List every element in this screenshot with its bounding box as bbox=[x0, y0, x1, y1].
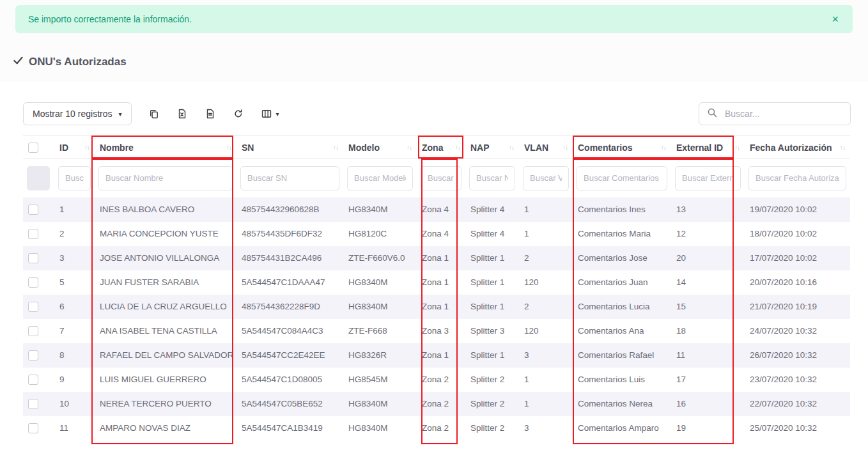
cell-external_id: 16 bbox=[671, 392, 745, 416]
table-filter-row bbox=[23, 159, 850, 198]
cell-vlan: 120 bbox=[519, 270, 573, 295]
row-checkbox[interactable] bbox=[28, 253, 38, 263]
sort-icon[interactable]: ↑↓ bbox=[661, 144, 666, 151]
column-header-sn[interactable]: SN↑↓ bbox=[236, 136, 343, 159]
filter-input-sn[interactable] bbox=[240, 166, 339, 190]
cell-id: 2 bbox=[54, 222, 95, 246]
filter-input-nap[interactable] bbox=[469, 166, 515, 190]
sort-icon[interactable]: ↑↓ bbox=[562, 144, 568, 151]
cell-modelo: HG8340M bbox=[343, 295, 417, 319]
select-all-checkbox[interactable] bbox=[28, 143, 38, 153]
row-checkbox[interactable] bbox=[28, 277, 38, 288]
column-header-modelo[interactable]: Modelo↑↓ bbox=[343, 136, 417, 159]
excel-icon-button[interactable] bbox=[176, 102, 188, 125]
filter-input-modelo[interactable] bbox=[347, 166, 413, 190]
column-header-external_id[interactable]: External ID↑↓ bbox=[671, 136, 745, 159]
row-checkbox[interactable] bbox=[28, 326, 38, 336]
page-length-label: Mostrar 10 registros bbox=[33, 109, 112, 119]
filter-input-comentarios[interactable] bbox=[577, 166, 667, 190]
column-header-zona[interactable]: Zona↑↓ bbox=[417, 136, 465, 159]
cell-zona: Zona 2 bbox=[417, 392, 465, 416]
column-header-label: SN bbox=[242, 143, 254, 153]
cell-fecha: 24/07/2020 10:32 bbox=[745, 319, 850, 343]
search-icon bbox=[707, 107, 717, 120]
cell-vlan: 1 bbox=[519, 198, 573, 222]
cell-external_id: 20 bbox=[671, 246, 745, 270]
cell-nap: Splitter 1 bbox=[465, 270, 519, 295]
table-row: 11AMPARO NOVAS DIAZ5A544547CA1B3419HG834… bbox=[23, 416, 850, 440]
sort-icon[interactable]: ↑↓ bbox=[84, 144, 89, 151]
cell-nap: Splitter 1 bbox=[465, 246, 519, 270]
cell-sn: 4857544362228F9D bbox=[236, 295, 343, 319]
table-row: 5JUAN FUSTER SARABIA5A544547C1DAAA47HG83… bbox=[23, 270, 850, 295]
cell-nombre: RAFAEL DEL CAMPO SALVADOR bbox=[95, 343, 236, 368]
search-input[interactable] bbox=[724, 108, 842, 120]
header-select-cell bbox=[23, 136, 54, 159]
row-checkbox[interactable] bbox=[28, 375, 38, 385]
cell-vlan: 1 bbox=[519, 368, 573, 392]
onus-table: ID↑↓Nombre↑↓SN↑↓Modelo↑↓Zona↑↓NAP↑↓VLAN↑… bbox=[23, 136, 850, 440]
cell-nombre: MARIA CONCEPCION YUSTE bbox=[95, 222, 236, 246]
cell-comentarios: Comentarios Ines bbox=[573, 198, 671, 222]
sort-icon[interactable]: ↑↓ bbox=[734, 144, 740, 151]
filter-input-vlan[interactable] bbox=[523, 166, 569, 190]
cell-select bbox=[23, 222, 54, 246]
cell-zona: Zona 2 bbox=[417, 416, 465, 440]
refresh-icon-button[interactable] bbox=[233, 102, 244, 125]
alert-close-button[interactable]: × bbox=[829, 12, 841, 26]
cell-fecha: 26/07/2020 10:32 bbox=[745, 343, 850, 368]
cell-select bbox=[23, 246, 54, 270]
columns-icon-button[interactable]: ▾ bbox=[261, 102, 279, 125]
cell-sn: 5A544547C1D08005 bbox=[236, 368, 343, 392]
file-icon-button[interactable] bbox=[205, 102, 216, 125]
column-header-nombre[interactable]: Nombre↑↓ bbox=[95, 136, 236, 159]
row-checkbox[interactable] bbox=[28, 399, 38, 409]
sort-icon[interactable]: ↑↓ bbox=[455, 144, 460, 151]
cell-vlan: 2 bbox=[519, 246, 573, 270]
filter-input-id[interactable] bbox=[58, 166, 91, 190]
copy-icon bbox=[148, 108, 160, 120]
filter-input-external_id[interactable] bbox=[675, 166, 741, 190]
table-row: 1INES BALBOA CAVERO485754432960628BHG834… bbox=[23, 198, 850, 222]
filter-input-fecha[interactable] bbox=[748, 166, 846, 190]
filter-input-nombre[interactable] bbox=[98, 166, 233, 190]
cell-zona: Zona 1 bbox=[417, 295, 465, 319]
sort-icon[interactable]: ↑↓ bbox=[840, 144, 845, 151]
cell-fecha: 21/07/2020 10:19 bbox=[745, 295, 850, 319]
cell-zona: Zona 4 bbox=[417, 198, 465, 222]
column-header-id[interactable]: ID↑↓ bbox=[54, 136, 95, 159]
row-checkbox[interactable] bbox=[28, 302, 38, 312]
excel-icon bbox=[176, 108, 188, 120]
page-length-dropdown[interactable]: Mostrar 10 registros ▾ bbox=[23, 102, 132, 125]
copy-icon-button[interactable] bbox=[148, 102, 160, 125]
page-title: ONU's Autorizadas bbox=[29, 56, 127, 68]
cell-zona: Zona 1 bbox=[417, 343, 465, 368]
sort-icon[interactable]: ↑↓ bbox=[509, 144, 514, 151]
cell-id: 8 bbox=[54, 343, 95, 368]
cell-select bbox=[23, 295, 54, 319]
cell-sn: 5A544547C084A4C3 bbox=[236, 319, 343, 343]
cell-comentarios: Comentarios Nerea bbox=[573, 392, 671, 416]
row-checkbox[interactable] bbox=[28, 350, 38, 361]
row-checkbox[interactable] bbox=[28, 423, 38, 433]
row-checkbox[interactable] bbox=[28, 229, 38, 239]
filter-cell-nombre bbox=[95, 159, 236, 198]
sort-icon[interactable]: ↑↓ bbox=[226, 144, 231, 151]
cell-id: 7 bbox=[54, 319, 95, 343]
cell-modelo: HG8340M bbox=[343, 198, 417, 222]
cell-external_id: 17 bbox=[671, 368, 745, 392]
cell-nap: Splitter 2 bbox=[465, 416, 519, 440]
cell-select bbox=[23, 392, 54, 416]
column-header-nap[interactable]: NAP↑↓ bbox=[465, 136, 519, 159]
cell-fecha: 17/07/2020 10:02 bbox=[745, 246, 850, 270]
column-header-vlan[interactable]: VLAN↑↓ bbox=[519, 136, 573, 159]
sort-icon[interactable]: ↑↓ bbox=[407, 144, 412, 151]
column-header-comentarios[interactable]: Comentarios↑↓ bbox=[573, 136, 671, 159]
column-header-fecha[interactable]: Fecha Autorización↑↓ bbox=[745, 136, 850, 159]
cell-fecha: 23/07/2020 10:32 bbox=[745, 368, 850, 392]
filter-input-zona[interactable] bbox=[421, 166, 461, 190]
cell-external_id: 15 bbox=[671, 295, 745, 319]
cell-id: 11 bbox=[54, 416, 95, 440]
sort-icon[interactable]: ↑↓ bbox=[333, 144, 338, 151]
row-checkbox[interactable] bbox=[28, 205, 38, 215]
